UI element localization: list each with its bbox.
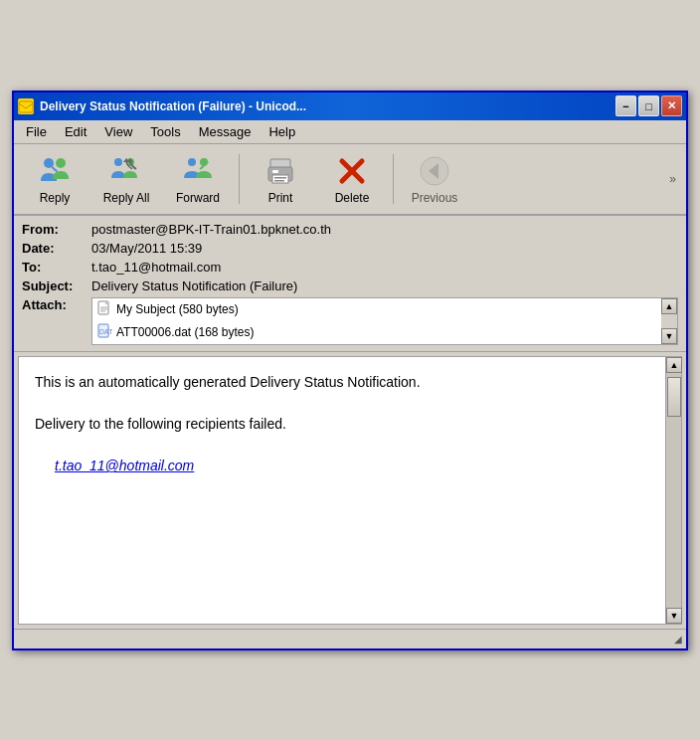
window-icon [18, 98, 34, 114]
window-title: Delivery Status Notification (Failure) -… [40, 99, 306, 113]
print-icon [262, 153, 298, 189]
to-label: To: [22, 260, 91, 275]
to-row: To: t.tao_11@hotmail.com [22, 258, 678, 277]
delete-label: Delete [335, 191, 370, 205]
svg-rect-13 [272, 175, 288, 183]
delete-button[interactable]: Delete [317, 148, 387, 210]
attach-scroll-down[interactable]: ▼ [661, 328, 677, 344]
attach-container: My Subject (580 bytes) DAT ATT00006.dat … [91, 297, 678, 345]
toolbar-expand[interactable]: » [665, 170, 680, 188]
statusbar: ◢ [14, 629, 686, 648]
attach-scroll-up[interactable]: ▲ [661, 298, 677, 314]
toolbar-separator-1 [239, 154, 240, 204]
svg-point-8 [188, 158, 196, 166]
svg-text:DAT: DAT [99, 328, 112, 335]
menubar: File Edit View Tools Message Help [14, 120, 686, 144]
body-paragraph-1: This is an automatically generated Deliv… [35, 371, 665, 393]
reply-button[interactable]: Reply [20, 148, 89, 210]
delete-icon [334, 153, 370, 189]
date-label: Date: [22, 241, 91, 256]
print-label: Print [268, 191, 293, 205]
date-row: Date: 03/May/2011 15:39 [22, 239, 678, 258]
reply-icon [37, 153, 73, 189]
forward-icon [180, 153, 216, 189]
attachment-1[interactable]: DAT ATT00006.dat (168 bytes) [92, 321, 677, 344]
menu-view[interactable]: View [96, 122, 140, 141]
maximize-button[interactable]: □ [638, 95, 659, 116]
from-label: From: [22, 222, 91, 237]
svg-rect-15 [274, 177, 286, 179]
previous-label: Previous [412, 191, 458, 205]
body-content: This is an automatically generated Deliv… [19, 357, 681, 491]
toolbar: Reply Reply All [14, 144, 686, 216]
attachment-1-name: ATT00006.dat (168 bytes) [116, 325, 255, 339]
forward-button[interactable]: Forward [163, 148, 233, 210]
resize-handle[interactable]: ◢ [674, 634, 682, 645]
body-scroll-track [666, 373, 681, 608]
from-value: postmaster@BPK-IT-Train01.bpknet.co.th [91, 222, 678, 237]
date-value: 03/May/2011 15:39 [91, 241, 678, 256]
toolbar-separator-2 [393, 154, 394, 204]
recipient-link[interactable]: t.tao_11@hotmail.com [55, 458, 194, 473]
svg-point-4 [114, 158, 122, 166]
minimize-button[interactable]: − [615, 95, 636, 116]
body-paragraph-2: Delivery to the following recipients fai… [35, 413, 665, 435]
attachment-1-icon: DAT [96, 323, 112, 342]
body-link-line: t.tao_11@hotmail.com [35, 455, 665, 476]
from-row: From: postmaster@BPK-IT-Train01.bpknet.c… [22, 220, 678, 239]
previous-button[interactable]: Previous [400, 148, 469, 210]
svg-rect-0 [19, 101, 33, 112]
menu-tools[interactable]: Tools [142, 122, 188, 141]
to-value: t.tao_11@hotmail.com [91, 260, 678, 275]
svg-point-2 [56, 158, 66, 168]
menu-edit[interactable]: Edit [57, 122, 94, 141]
attach-label: Attach: [22, 297, 91, 345]
close-button[interactable]: ✕ [661, 95, 682, 116]
reply-all-icon [108, 153, 144, 189]
print-button[interactable]: Print [246, 148, 315, 210]
body-scroll-up[interactable]: ▲ [666, 357, 682, 373]
body-scroll-down[interactable]: ▼ [666, 608, 682, 624]
attachment-0[interactable]: My Subject (580 bytes) [92, 298, 677, 321]
subject-value: Delivery Status Notification (Failure) [91, 278, 678, 293]
svg-rect-14 [272, 170, 278, 173]
titlebar: Delivery Status Notification (Failure) -… [14, 92, 686, 120]
attach-row: Attach: My Subject (580 bytes) [22, 295, 678, 347]
attachments-list: My Subject (580 bytes) DAT ATT00006.dat … [91, 297, 678, 345]
reply-all-button[interactable]: Reply All [91, 148, 161, 210]
subject-row: Subject: Delivery Status Notification (F… [22, 277, 678, 295]
main-window: Delivery Status Notification (Failure) -… [12, 91, 688, 650]
previous-icon [417, 153, 452, 189]
menu-message[interactable]: Message [191, 122, 260, 141]
body-scroll-thumb[interactable] [667, 377, 681, 417]
email-body: This is an automatically generated Deliv… [18, 356, 682, 625]
email-header: From: postmaster@BPK-IT-Train01.bpknet.c… [14, 216, 686, 352]
attachment-0-icon [96, 300, 112, 319]
titlebar-left: Delivery Status Notification (Failure) -… [18, 98, 306, 114]
body-scrollbar: ▲ ▼ [665, 357, 681, 624]
attach-scrollbar: ▲ ▼ [661, 298, 677, 344]
window-controls: − □ ✕ [615, 95, 682, 116]
menu-file[interactable]: File [18, 122, 55, 141]
menu-help[interactable]: Help [261, 122, 303, 141]
reply-label: Reply [40, 191, 71, 205]
reply-all-label: Reply All [103, 191, 150, 205]
forward-label: Forward [176, 191, 220, 205]
attachment-0-name: My Subject (580 bytes) [116, 302, 239, 316]
svg-rect-16 [274, 180, 284, 182]
subject-label: Subject: [22, 278, 91, 293]
